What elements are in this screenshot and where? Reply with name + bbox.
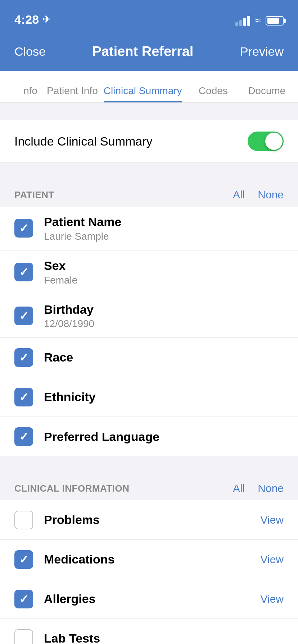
ethnicity-checkbox[interactable]: ✓ (14, 388, 33, 406)
spacer-3 (0, 456, 298, 474)
battery-icon (266, 16, 284, 26)
medications-view-button[interactable]: View (261, 553, 284, 566)
list-item[interactable]: ✓ Medications View (0, 540, 298, 579)
signal-icon (235, 16, 250, 26)
clinical-section-header: CLINICAL INFORMATION All None (0, 474, 298, 500)
allergies-view-button[interactable]: View (261, 593, 284, 605)
tab-documents[interactable]: Docume (244, 85, 298, 102)
toggle-knob (265, 133, 283, 150)
clinical-section-actions: All None (233, 482, 284, 494)
spacer-1 (0, 103, 298, 120)
list-item[interactable]: ✓ Patient Name Laurie Sample (0, 207, 298, 250)
patient-name-subtitle: Laurie Sample (44, 231, 284, 242)
tab-info[interactable]: nfo (0, 85, 41, 102)
patient-name-checkbox[interactable]: ✓ (14, 219, 33, 238)
allergies-checkbox[interactable]: ✓ (14, 590, 33, 608)
preferred-language-title: Preferred Language (44, 429, 284, 444)
clinical-section-title: CLINICAL INFORMATION (14, 483, 130, 494)
birthday-title: Birthday (44, 302, 284, 317)
patient-section-title: PATIENT (14, 189, 54, 201)
wifi-icon: ≈ (255, 15, 261, 27)
sex-checkbox[interactable]: ✓ (14, 263, 33, 281)
list-item[interactable]: ✓ Allergies View (0, 579, 298, 619)
tab-clinical-summary[interactable]: Clinical Summary (104, 85, 182, 102)
list-item[interactable]: Lab Tests (0, 619, 298, 644)
race-checkbox[interactable]: ✓ (14, 348, 33, 367)
patient-section-actions: All None (233, 189, 284, 201)
tab-patient-info[interactable]: Patient Info (41, 85, 104, 102)
preferred-language-checkbox[interactable]: ✓ (14, 427, 33, 446)
status-time: 4:28 ✈ (14, 13, 50, 27)
problems-view-button[interactable]: View (261, 514, 284, 526)
clinical-all-button[interactable]: All (233, 482, 245, 494)
race-title: Race (44, 350, 284, 365)
patient-name-title: Patient Name (44, 215, 284, 229)
problems-title: Problems (44, 512, 250, 527)
list-item[interactable]: ✓ Sex Female (0, 250, 298, 294)
lab-tests-title: Lab Tests (44, 631, 284, 644)
tab-bar: nfo Patient Info Clinical Summary Codes … (0, 71, 298, 103)
patient-all-button[interactable]: All (233, 189, 245, 201)
nav-title: Patient Referral (92, 44, 194, 59)
medications-title: Medications (44, 552, 250, 567)
allergies-title: Allergies (44, 592, 250, 606)
list-item[interactable]: ✓ Preferred Language (0, 417, 298, 456)
tab-codes[interactable]: Codes (182, 85, 245, 102)
toggle-label: Include Clinical Summary (14, 134, 153, 148)
list-item[interactable]: ✓ Ethnicity (0, 377, 298, 417)
nav-bar: Close Patient Referral Preview (0, 32, 298, 71)
status-bar: 4:28 ✈ ≈ (0, 0, 298, 32)
birthday-subtitle: 12/08/1990 (44, 318, 284, 330)
close-button[interactable]: Close (14, 45, 46, 59)
problems-checkbox[interactable] (14, 511, 33, 529)
include-clinical-summary-row: Include Clinical Summary (0, 120, 298, 163)
preview-button[interactable]: Preview (240, 45, 284, 59)
spacer-2 (0, 163, 298, 180)
lab-tests-checkbox[interactable] (14, 629, 33, 644)
ethnicity-title: Ethnicity (44, 390, 284, 404)
patient-section-header: PATIENT All None (0, 180, 298, 207)
list-item[interactable]: Problems View (0, 500, 298, 540)
location-icon: ✈ (42, 14, 50, 25)
sex-title: Sex (44, 258, 284, 273)
clinical-list: Problems View ✓ Medications View ✓ Aller… (0, 500, 298, 644)
list-item[interactable]: ✓ Birthday 12/08/1990 (0, 294, 298, 338)
list-item[interactable]: ✓ Race (0, 338, 298, 377)
patient-none-button[interactable]: None (258, 189, 284, 201)
sex-subtitle: Female (44, 275, 284, 286)
patient-list: ✓ Patient Name Laurie Sample ✓ Sex Femal… (0, 207, 298, 456)
clinical-none-button[interactable]: None (258, 482, 284, 494)
clinical-summary-toggle[interactable] (248, 132, 284, 151)
medications-checkbox[interactable]: ✓ (14, 550, 33, 569)
birthday-checkbox[interactable]: ✓ (14, 307, 33, 325)
status-icons: ≈ (235, 15, 284, 27)
